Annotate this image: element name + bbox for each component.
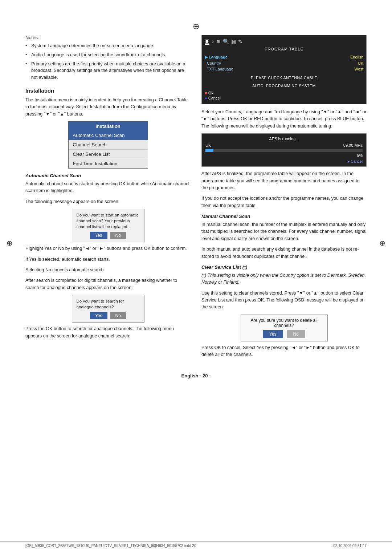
note-item-3: Primary settings are the first priority … (25, 61, 191, 81)
notes-section: Notes: System Language determines the on… (25, 35, 191, 81)
dialog1-yes-button[interactable]: Yes (90, 232, 107, 239)
tv-row-txt: TXT Language West (205, 66, 363, 72)
left-column: Notes: System Language determines the on… (25, 35, 191, 362)
aps-row1: UK 89.00 MHz (205, 143, 363, 147)
install-menu-item-3[interactable]: Clear Service List (69, 150, 148, 159)
tv-icon-5: ▦ (231, 39, 236, 44)
tv-label-country: Country (205, 61, 221, 65)
notes-title: Notes: (25, 35, 191, 40)
dialog2-yes-button[interactable]: Yes (90, 312, 107, 319)
note-item-1: System Language determines the on-screen… (25, 42, 191, 49)
tv-value-txt: West (354, 67, 363, 71)
dialog2-no-button[interactable]: No (110, 312, 126, 319)
auto-scan-dialog1-text: Do you want to start an automatic channe… (77, 212, 140, 230)
tv-cancel-label: ● Cancel (205, 96, 363, 100)
aps-freq: 89.00 MHz (343, 143, 363, 147)
bottom-bar: [GB]_MB35_COST_26857WS_1810UK_PANEUIDTV_… (0, 541, 392, 548)
auto-scan-dialog2: Do you want to search for analogue chann… (72, 295, 144, 323)
main-content: Notes: System Language determines the on… (25, 35, 367, 362)
tv-icons-row: ▣ ♪ ≋ 🔍 ▦ ✎ (205, 38, 363, 45)
aps-row2: 5% (205, 153, 363, 158)
auto-scan-dialog2-text: Do you want to search for analogue chann… (77, 298, 140, 310)
aps-cancel-label: ● Cancel (205, 159, 363, 163)
tv-cancel-text: Cancel (208, 96, 221, 100)
auto-scan-body3: If Yes is selected, automatic search sta… (25, 256, 191, 263)
auto-scan-body5: After search is completed for digital ch… (25, 277, 191, 291)
red-dot-icon: ■ (205, 91, 207, 95)
right-column: ▣ ♪ ≋ 🔍 ▦ ✎ PROGRAM TABLE ▶ Language Eng… (201, 35, 367, 362)
compass-top-icon: ⊕ (25, 22, 367, 31)
tv-ok-label: ■ Ok (205, 91, 363, 95)
compass-left-icon: ⊕ (7, 239, 13, 247)
aps-progress-bar-container (205, 149, 363, 152)
installation-menu: Installation Automatic Channel Scan Chan… (68, 121, 148, 169)
installation-heading: Installation (25, 88, 191, 94)
tv-label-language: ▶ Language (205, 55, 228, 60)
tv-row-country: Country UK (205, 60, 363, 66)
tv-icon-4: 🔍 (223, 39, 229, 44)
aps-running-text: APS is running... (205, 137, 363, 141)
clear-service-body: Use this setting to clear channels store… (201, 290, 367, 311)
compass-right-icon: ⊕ (379, 239, 385, 247)
tv-screen: ▣ ♪ ≋ 🔍 ▦ ✎ PROGRAM TABLE ▶ Language Eng… (201, 35, 367, 104)
tv-row-language: ▶ Language English (205, 54, 363, 60)
tv-icon-2: ♪ (212, 39, 214, 44)
clear-yes-button[interactable]: Yes (263, 330, 283, 338)
footer-left: [GB]_MB35_COST_26857WS_1810UK_PANEUIDTV_… (25, 544, 196, 548)
clear-service-footer: Press OK to cancel. Select Yes by pressi… (201, 344, 367, 358)
clear-dialog: Are you sure you want to delete all chan… (241, 315, 328, 341)
auto-scan-msg1: The following message appears on the scr… (25, 198, 191, 205)
footer-right: 02.10.2009 09:31:47 (333, 544, 367, 548)
page-number: English - 20 - (25, 373, 367, 378)
aps-percent: 5% (357, 153, 363, 158)
install-menu-title: Installation (69, 122, 148, 131)
clear-service-heading: Clear Service List (*) (201, 264, 367, 270)
tv-msg2: AUTO. PROGRAMMING SYSTEM (205, 84, 363, 88)
auto-scan-dialog1: Do you want to start an automatic channe… (72, 209, 144, 242)
tv-ok-cancel: ■ Ok ● Cancel (205, 91, 363, 100)
page: ⊕ ⊕ ⊕ Notes: System Language determines … (0, 0, 392, 555)
manual-scan-body1: In manual channel scan, the number of th… (201, 221, 367, 242)
tv-value-language: English (350, 55, 363, 60)
auto-scan-body1: Automatic channel scan is started by pre… (25, 181, 191, 195)
aps-uk-label: UK (205, 143, 211, 147)
auto-scan-body2: Highlight Yes or No by using "◄" or "►" … (25, 245, 191, 252)
blue-dot-icon: ● (205, 96, 207, 100)
clear-dialog-text: Are you sure you want to delete all chan… (245, 318, 323, 328)
right-body1: Select your Country, Language and Text l… (201, 109, 367, 130)
tv-icon-1: ▣ (205, 38, 209, 45)
install-menu-item-1[interactable]: Automatic Channel Scan (69, 131, 148, 140)
tv-msg1: PLEASE CHECK ANTENNA CABLE (205, 76, 363, 80)
install-menu-item-2[interactable]: Channel Search (69, 140, 148, 150)
auto-scan-heading: Automatic Channel Scan (25, 173, 191, 178)
clear-no-button[interactable]: No (287, 330, 305, 338)
note-item-2: Audio Language is used for selecting the… (25, 52, 191, 58)
install-menu-item-4[interactable]: First Time Installation (69, 159, 148, 168)
tv-program-table-title: PROGRAM TABLE (205, 47, 363, 51)
tv-icon-6: ✎ (238, 39, 242, 44)
installation-body: The Installation menu is mainly intended… (25, 97, 191, 118)
auto-scan-body4: Selecting No cancels automatic search. (25, 267, 191, 274)
right-body2: After APS is finalized, the programme ta… (201, 170, 367, 191)
auto-scan-body6: Press the OK button to search for analog… (25, 325, 191, 340)
aps-progress-fill (205, 149, 213, 152)
tv-icon-3: ≋ (216, 39, 221, 44)
dialog1-no-button[interactable]: No (110, 232, 126, 239)
tv-ok-text: Ok (208, 91, 213, 95)
manual-scan-body2: In both manual and auto search any exist… (201, 246, 367, 260)
right-body3: If you do not accept the locations and/o… (201, 195, 367, 209)
notes-list: System Language determines the on-screen… (25, 42, 191, 81)
aps-box: APS is running... UK 89.00 MHz 5% ● Canc… (201, 133, 367, 167)
auto-scan-dialog2-buttons: Yes No (77, 312, 140, 319)
manual-scan-heading: Manual Channel Scan (201, 214, 367, 219)
auto-scan-dialog1-buttons: Yes No (77, 232, 140, 239)
clear-dialog-buttons: Yes No (245, 330, 323, 338)
tv-label-txt: TXT Language (205, 67, 233, 71)
tv-value-country: UK (358, 61, 363, 65)
clear-service-note: (*) This setting is visible only when th… (201, 272, 367, 286)
